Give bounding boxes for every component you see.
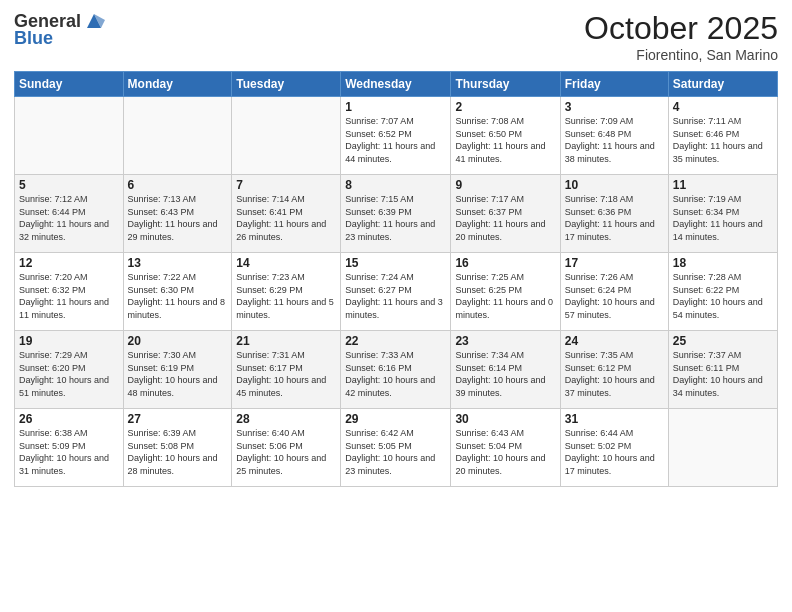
day-info: Sunrise: 7:35 AMSunset: 6:12 PMDaylight:…: [565, 349, 664, 399]
day-number: 31: [565, 412, 664, 426]
day-info: Sunrise: 6:38 AMSunset: 5:09 PMDaylight:…: [19, 427, 119, 477]
day-info: Sunrise: 6:44 AMSunset: 5:02 PMDaylight:…: [565, 427, 664, 477]
day-number: 17: [565, 256, 664, 270]
day-info: Sunrise: 7:30 AMSunset: 6:19 PMDaylight:…: [128, 349, 228, 399]
calendar-cell: 28Sunrise: 6:40 AMSunset: 5:06 PMDayligh…: [232, 409, 341, 487]
day-number: 14: [236, 256, 336, 270]
day-number: 19: [19, 334, 119, 348]
page: General Blue October 2025 Fiorentino, Sa…: [0, 0, 792, 612]
calendar-cell: 9Sunrise: 7:17 AMSunset: 6:37 PMDaylight…: [451, 175, 560, 253]
calendar-cell: 29Sunrise: 6:42 AMSunset: 5:05 PMDayligh…: [341, 409, 451, 487]
day-number: 5: [19, 178, 119, 192]
day-number: 27: [128, 412, 228, 426]
day-number: 13: [128, 256, 228, 270]
day-info: Sunrise: 7:13 AMSunset: 6:43 PMDaylight:…: [128, 193, 228, 243]
day-number: 3: [565, 100, 664, 114]
calendar-cell: 20Sunrise: 7:30 AMSunset: 6:19 PMDayligh…: [123, 331, 232, 409]
title-block: October 2025 Fiorentino, San Marino: [584, 10, 778, 63]
calendar-cell: 19Sunrise: 7:29 AMSunset: 6:20 PMDayligh…: [15, 331, 124, 409]
day-info: Sunrise: 7:11 AMSunset: 6:46 PMDaylight:…: [673, 115, 773, 165]
day-info: Sunrise: 7:22 AMSunset: 6:30 PMDaylight:…: [128, 271, 228, 321]
day-info: Sunrise: 7:14 AMSunset: 6:41 PMDaylight:…: [236, 193, 336, 243]
calendar-cell: 12Sunrise: 7:20 AMSunset: 6:32 PMDayligh…: [15, 253, 124, 331]
day-info: Sunrise: 6:42 AMSunset: 5:05 PMDaylight:…: [345, 427, 446, 477]
calendar-cell: [668, 409, 777, 487]
calendar-cell: 15Sunrise: 7:24 AMSunset: 6:27 PMDayligh…: [341, 253, 451, 331]
day-number: 4: [673, 100, 773, 114]
day-info: Sunrise: 6:40 AMSunset: 5:06 PMDaylight:…: [236, 427, 336, 477]
day-info: Sunrise: 7:19 AMSunset: 6:34 PMDaylight:…: [673, 193, 773, 243]
calendar-cell: 18Sunrise: 7:28 AMSunset: 6:22 PMDayligh…: [668, 253, 777, 331]
day-number: 8: [345, 178, 446, 192]
day-number: 2: [455, 100, 555, 114]
day-info: Sunrise: 7:12 AMSunset: 6:44 PMDaylight:…: [19, 193, 119, 243]
calendar-table: Sunday Monday Tuesday Wednesday Thursday…: [14, 71, 778, 487]
day-info: Sunrise: 7:17 AMSunset: 6:37 PMDaylight:…: [455, 193, 555, 243]
day-number: 11: [673, 178, 773, 192]
calendar-cell: 21Sunrise: 7:31 AMSunset: 6:17 PMDayligh…: [232, 331, 341, 409]
calendar-cell: 27Sunrise: 6:39 AMSunset: 5:08 PMDayligh…: [123, 409, 232, 487]
col-monday: Monday: [123, 72, 232, 97]
header: General Blue October 2025 Fiorentino, Sa…: [14, 10, 778, 63]
day-number: 28: [236, 412, 336, 426]
col-thursday: Thursday: [451, 72, 560, 97]
day-info: Sunrise: 7:29 AMSunset: 6:20 PMDaylight:…: [19, 349, 119, 399]
logo: General Blue: [14, 10, 105, 49]
day-number: 9: [455, 178, 555, 192]
day-number: 15: [345, 256, 446, 270]
calendar-cell: 30Sunrise: 6:43 AMSunset: 5:04 PMDayligh…: [451, 409, 560, 487]
day-info: Sunrise: 6:39 AMSunset: 5:08 PMDaylight:…: [128, 427, 228, 477]
day-info: Sunrise: 7:37 AMSunset: 6:11 PMDaylight:…: [673, 349, 773, 399]
logo-blue: Blue: [14, 28, 53, 49]
calendar-week-row: 26Sunrise: 6:38 AMSunset: 5:09 PMDayligh…: [15, 409, 778, 487]
day-number: 1: [345, 100, 446, 114]
header-row: Sunday Monday Tuesday Wednesday Thursday…: [15, 72, 778, 97]
day-number: 16: [455, 256, 555, 270]
calendar-cell: 23Sunrise: 7:34 AMSunset: 6:14 PMDayligh…: [451, 331, 560, 409]
day-info: Sunrise: 7:23 AMSunset: 6:29 PMDaylight:…: [236, 271, 336, 321]
calendar-cell: 6Sunrise: 7:13 AMSunset: 6:43 PMDaylight…: [123, 175, 232, 253]
day-number: 18: [673, 256, 773, 270]
calendar-week-row: 1Sunrise: 7:07 AMSunset: 6:52 PMDaylight…: [15, 97, 778, 175]
calendar-cell: 5Sunrise: 7:12 AMSunset: 6:44 PMDaylight…: [15, 175, 124, 253]
calendar-cell: 7Sunrise: 7:14 AMSunset: 6:41 PMDaylight…: [232, 175, 341, 253]
calendar-cell: [232, 97, 341, 175]
location: Fiorentino, San Marino: [584, 47, 778, 63]
col-saturday: Saturday: [668, 72, 777, 97]
calendar-cell: 13Sunrise: 7:22 AMSunset: 6:30 PMDayligh…: [123, 253, 232, 331]
calendar-cell: 8Sunrise: 7:15 AMSunset: 6:39 PMDaylight…: [341, 175, 451, 253]
day-info: Sunrise: 7:18 AMSunset: 6:36 PMDaylight:…: [565, 193, 664, 243]
calendar-cell: 2Sunrise: 7:08 AMSunset: 6:50 PMDaylight…: [451, 97, 560, 175]
calendar-cell: 25Sunrise: 7:37 AMSunset: 6:11 PMDayligh…: [668, 331, 777, 409]
col-sunday: Sunday: [15, 72, 124, 97]
calendar-cell: 1Sunrise: 7:07 AMSunset: 6:52 PMDaylight…: [341, 97, 451, 175]
calendar-week-row: 19Sunrise: 7:29 AMSunset: 6:20 PMDayligh…: [15, 331, 778, 409]
calendar-cell: 11Sunrise: 7:19 AMSunset: 6:34 PMDayligh…: [668, 175, 777, 253]
calendar-cell: [15, 97, 124, 175]
calendar-week-row: 12Sunrise: 7:20 AMSunset: 6:32 PMDayligh…: [15, 253, 778, 331]
day-number: 21: [236, 334, 336, 348]
day-info: Sunrise: 7:34 AMSunset: 6:14 PMDaylight:…: [455, 349, 555, 399]
calendar-cell: 31Sunrise: 6:44 AMSunset: 5:02 PMDayligh…: [560, 409, 668, 487]
day-info: Sunrise: 7:28 AMSunset: 6:22 PMDaylight:…: [673, 271, 773, 321]
calendar-cell: 3Sunrise: 7:09 AMSunset: 6:48 PMDaylight…: [560, 97, 668, 175]
day-number: 20: [128, 334, 228, 348]
calendar-cell: 14Sunrise: 7:23 AMSunset: 6:29 PMDayligh…: [232, 253, 341, 331]
day-info: Sunrise: 7:15 AMSunset: 6:39 PMDaylight:…: [345, 193, 446, 243]
day-number: 26: [19, 412, 119, 426]
calendar-cell: 16Sunrise: 7:25 AMSunset: 6:25 PMDayligh…: [451, 253, 560, 331]
calendar-week-row: 5Sunrise: 7:12 AMSunset: 6:44 PMDaylight…: [15, 175, 778, 253]
day-number: 7: [236, 178, 336, 192]
day-number: 25: [673, 334, 773, 348]
day-number: 24: [565, 334, 664, 348]
day-info: Sunrise: 7:25 AMSunset: 6:25 PMDaylight:…: [455, 271, 555, 321]
col-tuesday: Tuesday: [232, 72, 341, 97]
day-info: Sunrise: 7:26 AMSunset: 6:24 PMDaylight:…: [565, 271, 664, 321]
day-number: 6: [128, 178, 228, 192]
calendar-cell: 22Sunrise: 7:33 AMSunset: 6:16 PMDayligh…: [341, 331, 451, 409]
day-info: Sunrise: 7:07 AMSunset: 6:52 PMDaylight:…: [345, 115, 446, 165]
day-number: 10: [565, 178, 664, 192]
day-info: Sunrise: 7:24 AMSunset: 6:27 PMDaylight:…: [345, 271, 446, 321]
calendar-cell: [123, 97, 232, 175]
day-info: Sunrise: 7:08 AMSunset: 6:50 PMDaylight:…: [455, 115, 555, 165]
